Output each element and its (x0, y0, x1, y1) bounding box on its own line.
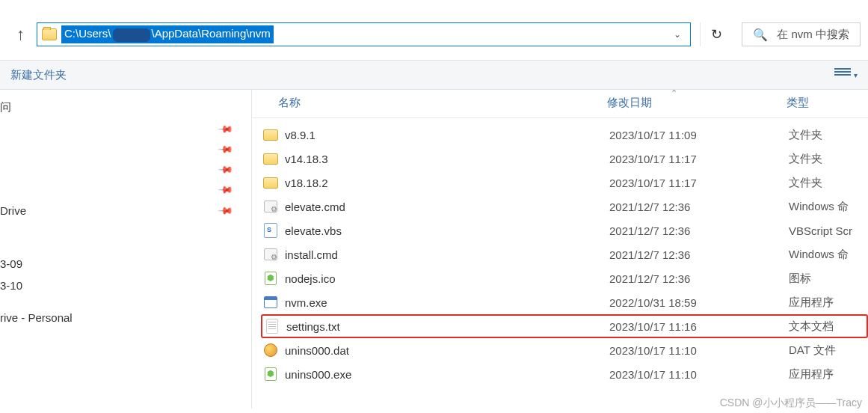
sidebar-item[interactable]: 📌 (0, 180, 251, 200)
txt-icon (264, 319, 280, 334)
file-name: nvm.exe (285, 296, 609, 309)
folder-icon (262, 151, 279, 166)
file-type: 文件夹 (789, 128, 822, 142)
file-type: 文件夹 (789, 152, 822, 166)
file-row[interactable]: unins000.exe2023/10/17 11:10应用程序 (252, 362, 868, 386)
sidebar-item[interactable]: 📌 (0, 119, 251, 139)
file-date: 2022/10/31 18:59 (609, 296, 789, 309)
pin-icon: 📌 (218, 162, 234, 178)
col-date[interactable]: 修改日期 (607, 96, 787, 110)
file-date: 2023/10/17 11:10 (609, 344, 789, 357)
folder-icon (262, 175, 279, 190)
search-placeholder: 在 nvm 中搜索 (777, 28, 849, 42)
file-name: elevate.cmd (285, 201, 609, 213)
column-headers: ⌃ 名称 修改日期 类型 (252, 90, 868, 118)
file-type: 文件夹 (789, 176, 822, 190)
col-type[interactable]: 类型 (787, 96, 809, 110)
file-date: 2021/12/7 12:36 (609, 272, 789, 285)
file-type: VBScript Scr (789, 224, 852, 237)
file-row[interactable]: install.cmd2021/12/7 12:36Windows 命 (252, 242, 868, 266)
file-name: v14.18.3 (285, 153, 609, 165)
toolbar: 新建文件夹 ▾ (0, 60, 868, 90)
sidebar-item[interactable]: 3-09 (0, 253, 251, 275)
file-row[interactable]: settings.txt2023/10/17 11:16文本文档 (261, 314, 868, 338)
file-date: 2023/10/17 11:10 (609, 368, 789, 381)
file-row[interactable]: unins000.dat2023/10/17 11:10DAT 文件 (252, 338, 868, 362)
file-type: Windows 命 (789, 200, 849, 214)
file-name: nodejs.ico (285, 272, 609, 285)
file-date: 2023/10/17 11:09 (609, 129, 789, 141)
file-row[interactable]: nvm.exe2022/10/31 18:59应用程序 (252, 290, 868, 314)
view-options[interactable]: ▾ (834, 68, 858, 82)
address-bar[interactable]: C:\Users\\AppData\Roaming\nvm ⌄ (37, 22, 691, 46)
file-name: elevate.vbs (285, 224, 609, 237)
search-input[interactable]: 🔍 在 nvm 中搜索 (742, 22, 861, 46)
file-type: 文本文档 (789, 319, 834, 334)
file-row[interactable]: v8.9.12023/10/17 11:09文件夹 (252, 123, 868, 147)
sidebar-item[interactable]: 3-10 (0, 275, 251, 296)
node-icon (262, 271, 279, 286)
file-date: 2021/12/7 12:36 (609, 224, 789, 237)
file-name: v18.18.2 (285, 177, 609, 189)
file-type: 应用程序 (789, 296, 834, 310)
file-name: install.cmd (285, 248, 609, 261)
new-folder-button[interactable]: 新建文件夹 (10, 68, 67, 82)
vbs-icon (262, 223, 279, 238)
file-name: settings.txt (286, 320, 609, 333)
folder-icon (42, 28, 57, 40)
list-view-icon (834, 68, 851, 82)
sidebar-item[interactable]: 📌 (0, 159, 251, 180)
back-arrow-icon[interactable]: ↑ (13, 25, 28, 44)
file-row[interactable]: v18.18.22023/10/17 11:17文件夹 (252, 171, 868, 195)
file-name: unins000.dat (285, 344, 609, 357)
sidebar-quick-access[interactable]: 问 (0, 96, 251, 119)
file-row[interactable]: v14.18.32023/10/17 11:17文件夹 (252, 147, 868, 171)
watermark: CSDN @小小程序员——Tracy (720, 397, 862, 410)
file-date: 2023/10/17 11:17 (609, 153, 789, 165)
dat-icon (262, 343, 279, 358)
file-type: 应用程序 (789, 367, 834, 382)
chevron-down-icon: ▾ (854, 71, 858, 79)
address-path: C:\Users\\AppData\Roaming\nvm (61, 25, 274, 43)
folder-icon (262, 127, 279, 142)
file-row[interactable]: elevate.vbs2021/12/7 12:36VBScript Scr (252, 218, 868, 242)
file-date: 2023/10/17 11:17 (609, 177, 789, 189)
refresh-button[interactable]: ↻ (700, 22, 733, 46)
navigation-bar: ↑ C:\Users\\AppData\Roaming\nvm ⌄ ↻ 🔍 在 … (0, 0, 868, 60)
search-icon: 🔍 (753, 28, 768, 42)
file-date: 2021/12/7 12:36 (609, 248, 789, 261)
sidebar-drive[interactable]: Drive📌 (0, 200, 251, 221)
file-list-panel: ⌃ 名称 修改日期 类型 v8.9.12023/10/17 11:09文件夹v1… (252, 90, 868, 409)
pin-icon: 📌 (218, 203, 234, 219)
cmd-icon (262, 199, 279, 214)
file-rows: v8.9.12023/10/17 11:09文件夹v14.18.32023/10… (252, 118, 868, 386)
pin-icon: 📌 (218, 121, 234, 138)
file-date: 2021/12/7 12:36 (609, 201, 789, 213)
sidebar-personal[interactable]: rive - Personal (0, 307, 251, 328)
chevron-down-icon[interactable]: ⌄ (669, 29, 686, 40)
file-date: 2023/10/17 11:16 (609, 320, 789, 333)
node-icon (262, 367, 279, 382)
exe-icon (262, 295, 279, 310)
sidebar: 问 📌 📌 📌 📌 Drive📌 3-09 3-10 rive - Person… (0, 90, 252, 409)
pin-icon: 📌 (218, 141, 234, 158)
file-type: DAT 文件 (789, 343, 836, 358)
file-name: v8.9.1 (285, 129, 609, 141)
file-type: 图标 (789, 272, 811, 286)
file-row[interactable]: nodejs.ico2021/12/7 12:36图标 (252, 266, 868, 290)
col-name[interactable]: 名称 (278, 96, 607, 110)
file-row[interactable]: elevate.cmd2021/12/7 12:36Windows 命 (252, 195, 868, 218)
refresh-icon: ↻ (711, 26, 722, 43)
file-name: unins000.exe (285, 368, 609, 381)
file-type: Windows 命 (789, 248, 849, 262)
main-area: 问 📌 📌 📌 📌 Drive📌 3-09 3-10 rive - Person… (0, 90, 868, 409)
sort-indicator-icon: ⌃ (671, 88, 677, 98)
sidebar-item[interactable]: 📌 (0, 139, 251, 159)
pin-icon: 📌 (218, 182, 234, 198)
cmd-icon (262, 247, 279, 262)
